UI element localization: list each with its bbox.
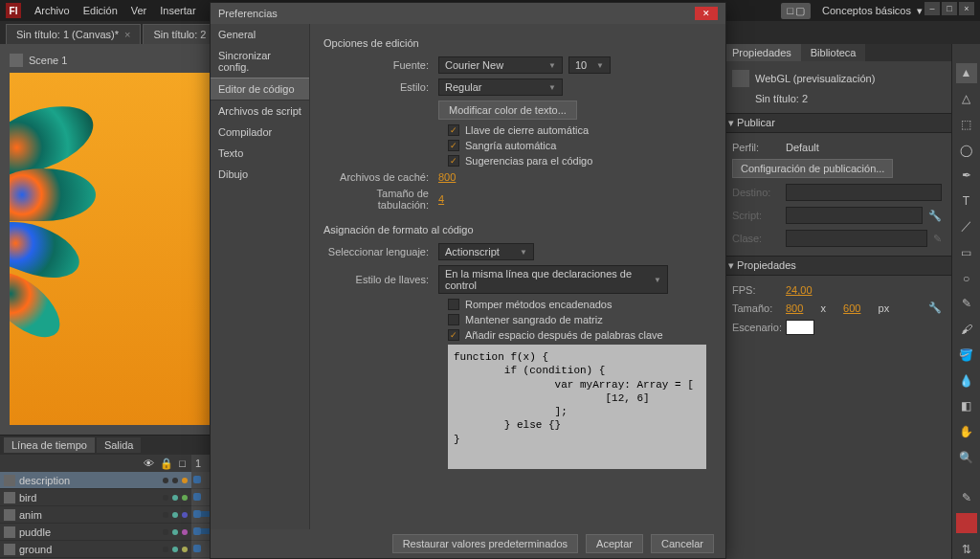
- swap-colors-icon[interactable]: ⇅: [956, 539, 977, 559]
- chevron-down-icon: ▼: [548, 83, 556, 92]
- fill-color-swatch[interactable]: [956, 513, 977, 533]
- workspace-dropdown[interactable]: Conceptos básicos▾: [822, 5, 923, 17]
- language-select[interactable]: Actionscript▼: [438, 243, 534, 260]
- eraser-tool-icon[interactable]: ◧: [956, 396, 977, 416]
- prefs-item-text[interactable]: Texto: [211, 143, 309, 164]
- keep-array-indent-checkbox[interactable]: [448, 314, 459, 325]
- height-value[interactable]: 600: [843, 302, 860, 314]
- oval-tool-icon[interactable]: ○: [956, 268, 977, 288]
- menu-view[interactable]: Ver: [131, 5, 147, 16]
- prefs-item-code-editor[interactable]: Editor de código: [211, 78, 309, 101]
- close-button[interactable]: ×: [959, 2, 974, 15]
- tab-size-value[interactable]: 4: [438, 193, 444, 205]
- width-value[interactable]: 800: [786, 302, 803, 314]
- dialog-title: Preferencias: [218, 8, 278, 19]
- brush-tool-icon[interactable]: 🖌: [956, 320, 977, 340]
- canvas-stage[interactable]: [10, 73, 230, 425]
- menu-insert[interactable]: Insertar: [160, 5, 195, 16]
- profile-value: Default: [786, 142, 819, 153]
- preferences-dialog: Preferencias ✕ General Sincronizar confi…: [210, 2, 726, 559]
- cache-files-value[interactable]: 800: [438, 171, 456, 183]
- tab-close-icon[interactable]: ×: [124, 29, 130, 40]
- chevron-down-icon: ▼: [654, 276, 661, 284]
- brace-style-select[interactable]: En la misma línea que declaraciones de c…: [438, 265, 668, 294]
- tab-library[interactable]: Biblioteca: [801, 44, 866, 61]
- app-logo: Fl: [6, 3, 21, 18]
- outline-icon[interactable]: □: [179, 458, 186, 469]
- layer-row[interactable]: puddle: [0, 524, 191, 541]
- doc-tab-1[interactable]: Sin título: 1 (Canvas)*×: [6, 24, 141, 44]
- zoom-tool-icon[interactable]: 🔍: [956, 447, 977, 467]
- publish-settings-button[interactable]: Configuración de publicación...: [732, 159, 893, 178]
- selection-tool-icon[interactable]: ▲: [956, 63, 977, 83]
- break-chained-checkbox[interactable]: [448, 299, 459, 310]
- stage-color-swatch[interactable]: [786, 320, 814, 335]
- class-input: [786, 230, 927, 247]
- prefs-item-sync[interactable]: Sincronizar config.: [211, 45, 309, 78]
- code-format-heading: Asignación de formato al código: [323, 224, 712, 235]
- font-size-select[interactable]: 10▼: [568, 56, 611, 74]
- layer-row[interactable]: anim: [0, 506, 191, 524]
- wrench-icon[interactable]: 🔧: [928, 302, 942, 314]
- chevron-down-icon: ▾: [917, 5, 923, 17]
- maximize-button[interactable]: □: [942, 2, 957, 15]
- stroke-color-icon[interactable]: ✎: [956, 488, 977, 508]
- feather-shape: [10, 168, 96, 221]
- layer-row[interactable]: bird: [0, 489, 191, 506]
- prefs-item-script-files[interactable]: Archivos de script: [211, 101, 309, 122]
- font-select[interactable]: Courier New▼: [438, 56, 563, 74]
- pencil-tool-icon[interactable]: ✎: [956, 294, 977, 314]
- font-style-select[interactable]: Regular▼: [438, 78, 563, 96]
- layer-icon: [4, 526, 15, 538]
- tab-output[interactable]: Salida: [97, 437, 142, 453]
- dialog-close-button[interactable]: ✕: [695, 7, 718, 20]
- code-hints-checkbox[interactable]: ✓: [448, 155, 459, 167]
- restore-defaults-button[interactable]: Restaurar valores predeterminados: [392, 534, 578, 553]
- wrench-icon: 🔧: [928, 210, 942, 222]
- tab-properties[interactable]: Propiedades: [723, 44, 801, 61]
- chevron-down-icon: ▼: [520, 248, 527, 257]
- subselection-tool-icon[interactable]: △: [956, 89, 977, 109]
- code-format-preview: function f(x) { if (condition) { var myA…: [448, 345, 706, 469]
- lock-icon[interactable]: 🔒: [160, 458, 173, 470]
- visibility-icon[interactable]: 👁: [144, 458, 154, 469]
- prefs-item-general[interactable]: General: [211, 24, 309, 45]
- tab-timeline[interactable]: Línea de tiempo: [4, 437, 95, 453]
- free-transform-icon[interactable]: ⬚: [956, 115, 977, 135]
- scene-icon: [10, 54, 23, 67]
- hand-tool-icon[interactable]: ✋: [956, 422, 977, 442]
- menu-file[interactable]: Archivo: [34, 5, 70, 16]
- cancel-button[interactable]: Cancelar: [651, 534, 714, 553]
- pen-tool-icon[interactable]: ✒: [956, 166, 977, 186]
- rectangle-tool-icon[interactable]: ▭: [956, 242, 977, 262]
- doc-name: Sin título: 2: [755, 93, 808, 104]
- chevron-down-icon: ▼: [596, 61, 604, 70]
- minimize-button[interactable]: –: [924, 2, 940, 15]
- layer-icon: [4, 509, 15, 521]
- lasso-tool-icon[interactable]: ◯: [956, 140, 977, 160]
- modify-text-color-button[interactable]: Modificar color de texto...: [438, 101, 577, 120]
- menu-edit[interactable]: Edición: [83, 5, 118, 16]
- workspace-switcher[interactable]: □▢: [781, 3, 811, 19]
- layer-row[interactable]: description: [0, 472, 191, 489]
- script-select: [786, 207, 923, 224]
- bucket-tool-icon[interactable]: 🪣: [956, 345, 977, 365]
- accept-button[interactable]: Aceptar: [586, 534, 643, 553]
- publish-section-header[interactable]: ▾ Publicar: [723, 113, 951, 133]
- auto-indent-checkbox[interactable]: ✓: [448, 140, 459, 151]
- add-space-keywords-checkbox[interactable]: ✓: [448, 329, 459, 341]
- scene-label[interactable]: Scene 1: [29, 55, 67, 66]
- text-tool-icon[interactable]: T: [956, 191, 977, 212]
- prefs-item-compiler[interactable]: Compilador: [211, 122, 309, 143]
- tools-panel: ▲ △ ⬚ ◯ ✒ T ／ ▭ ○ ✎ 🖌 🪣 💧 ◧ ✋ 🔍 ✎ ⇅: [951, 44, 980, 559]
- layer-row[interactable]: ground: [0, 541, 191, 558]
- auto-close-brace-checkbox[interactable]: ✓: [448, 124, 459, 136]
- properties-panel: Propiedades Biblioteca WebGL (previsuali…: [722, 44, 951, 559]
- props-section-header[interactable]: ▾ Propiedades: [723, 256, 951, 276]
- fps-value[interactable]: 24,00: [786, 284, 813, 296]
- line-tool-icon[interactable]: ／: [956, 217, 977, 237]
- pencil-icon: ✎: [933, 233, 942, 245]
- prefs-item-drawing[interactable]: Dibujo: [211, 164, 309, 185]
- eyedropper-tool-icon[interactable]: 💧: [956, 370, 977, 391]
- layer-icon: [4, 492, 15, 503]
